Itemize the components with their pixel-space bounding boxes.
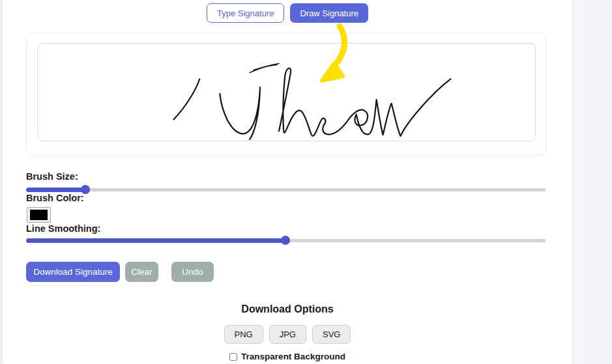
- signature-mode-tabs: Type Signature Draw Signature: [3, 3, 572, 23]
- signature-stroke-slash: [173, 79, 199, 119]
- format-png-button[interactable]: PNG: [224, 325, 263, 344]
- brush-size-slider-track: [26, 188, 546, 191]
- format-svg-button[interactable]: SVG: [312, 325, 351, 344]
- action-buttons: Download Signature Clear Undo: [26, 262, 214, 282]
- format-buttons: PNG JPG SVG: [3, 325, 572, 344]
- line-smoothing-slider-thumb[interactable]: [281, 236, 290, 245]
- line-smoothing-label: Line Smoothing:: [26, 223, 100, 234]
- brush-size-slider[interactable]: [26, 185, 546, 194]
- download-options-title: Download Options: [3, 303, 572, 315]
- signature-stroke-how: [279, 68, 450, 137]
- line-smoothing-slider[interactable]: [26, 236, 546, 245]
- signature-canvas-container: [26, 33, 546, 156]
- transparent-background-label: Transparent Background: [241, 352, 345, 361]
- brush-size-label: Brush Size:: [26, 171, 78, 182]
- undo-button[interactable]: Undo: [171, 262, 214, 282]
- content-card: Type Signature Draw Signature Brush Size…: [3, 0, 572, 364]
- signature-stroke-accent-2: [254, 65, 277, 70]
- brush-color-swatch: [30, 210, 48, 220]
- transparent-background-checkbox[interactable]: [229, 353, 237, 361]
- tab-draw-signature[interactable]: Draw Signature: [290, 3, 368, 23]
- line-smoothing-slider-fill: [26, 238, 285, 243]
- format-jpg-button[interactable]: JPG: [269, 325, 306, 344]
- signature-stroke-j: [220, 87, 260, 139]
- download-signature-button[interactable]: Download Signature: [26, 262, 120, 282]
- signature-canvas[interactable]: [37, 43, 536, 141]
- clear-button[interactable]: Clear: [125, 262, 158, 282]
- brush-color-picker[interactable]: [27, 207, 51, 223]
- transparent-background-option[interactable]: Transparent Background: [3, 352, 572, 361]
- brush-color-label: Brush Color:: [26, 193, 84, 203]
- brush-size-slider-fill: [26, 188, 85, 192]
- tab-type-signature[interactable]: Type Signature: [207, 3, 284, 23]
